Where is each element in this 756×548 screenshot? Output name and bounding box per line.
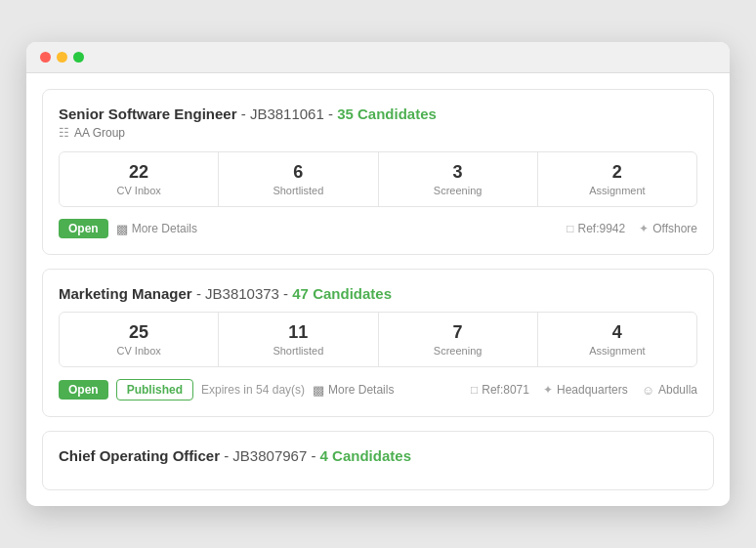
- job-id: - JB3807967 -: [224, 447, 319, 464]
- job-title-text: Marketing Manager: [59, 285, 192, 302]
- stat-label: Shortlisted: [227, 185, 369, 196]
- location-item: ✦ Headquarters: [543, 383, 628, 397]
- job-card-3: Chief Operating Officer - JB3807967 - 4 …: [42, 431, 714, 490]
- stat-cell-shortlisted[interactable]: 11 Shortlisted: [219, 313, 378, 366]
- more-details-label: More Details: [328, 383, 394, 397]
- meta-row: □ Ref:8071 ✦ Headquarters ☺ Abdulla: [471, 383, 697, 398]
- footer-row: OpenPublishedExpires in 54 day(s) ▩ More…: [59, 379, 697, 400]
- location-text: Offshore: [652, 222, 697, 235]
- more-details-button[interactable]: ▩ More Details: [313, 383, 394, 398]
- job-card-2: Marketing Manager - JB3810373 - 47 Candi…: [42, 269, 714, 417]
- ref-icon: □: [471, 383, 478, 397]
- stat-cell-cv-inbox[interactable]: 22 CV Inbox: [60, 152, 219, 206]
- stat-cell-shortlisted[interactable]: 6 Shortlisted: [219, 152, 378, 206]
- location-text: Headquarters: [557, 383, 628, 397]
- stat-number: 7: [387, 322, 529, 343]
- stat-number: 2: [546, 162, 689, 183]
- stat-number: 4: [546, 322, 689, 343]
- stat-number: 6: [227, 162, 369, 183]
- stats-row: 22 CV Inbox 6 Shortlisted 3 Screening 2 …: [59, 151, 697, 207]
- candidates-link[interactable]: 47 Candidates: [292, 285, 392, 302]
- job-title-text: Chief Operating Officer: [59, 447, 220, 464]
- stat-cell-screening[interactable]: 3 Screening: [379, 152, 538, 206]
- location-icon: ✦: [543, 383, 553, 397]
- ref-icon: □: [567, 222, 573, 235]
- stat-label: CV Inbox: [67, 185, 210, 196]
- ref-item: □ Ref:8071: [471, 383, 529, 397]
- company-row: ☷ AA Group: [59, 126, 697, 140]
- stat-cell-assignment[interactable]: 4 Assignment: [538, 313, 696, 366]
- candidates-link[interactable]: 35 Candidates: [337, 105, 437, 122]
- job-title-text: Senior Software Engineer: [59, 105, 237, 122]
- stat-label: Assignment: [546, 345, 689, 357]
- stat-number: 11: [227, 322, 369, 343]
- stat-cell-assignment[interactable]: 2 Assignment: [538, 152, 696, 206]
- chart-icon: ▩: [116, 222, 128, 236]
- stat-cell-screening[interactable]: 7 Screening: [379, 313, 538, 366]
- job-title: Senior Software Engineer - JB3811061 - 3…: [59, 105, 697, 122]
- footer-row: Open ▩ More Details □ Ref:9942 ✦ Offshor…: [59, 219, 697, 238]
- ref-item: □ Ref:9942: [567, 222, 625, 235]
- more-details-label: More Details: [132, 222, 197, 235]
- building-icon: ☷: [59, 126, 69, 140]
- meta-row: □ Ref:9942 ✦ Offshore: [567, 222, 697, 235]
- user-icon: ☺: [642, 383, 654, 398]
- user-name: Abdulla: [658, 383, 697, 397]
- user-item: ☺ Abdulla: [642, 383, 697, 398]
- ref-text: Ref:9942: [577, 222, 625, 235]
- job-title: Chief Operating Officer - JB3807967 - 4 …: [59, 447, 697, 464]
- close-button[interactable]: [40, 52, 51, 63]
- stat-cell-cv-inbox[interactable]: 25 CV Inbox: [60, 313, 219, 366]
- job-card-1: Senior Software Engineer - JB3811061 - 3…: [42, 89, 714, 255]
- job-id: - JB3811061 -: [241, 105, 337, 122]
- job-title: Marketing Manager - JB3810373 - 47 Candi…: [59, 285, 697, 302]
- job-id: - JB3810373 -: [196, 285, 292, 302]
- app-window: Senior Software Engineer - JB3811061 - 3…: [26, 42, 730, 506]
- location-item: ✦ Offshore: [639, 222, 697, 235]
- stats-row: 25 CV Inbox 11 Shortlisted 7 Screening 4…: [59, 312, 697, 367]
- stat-number: 3: [387, 162, 529, 183]
- main-content: Senior Software Engineer - JB3811061 - 3…: [26, 73, 730, 506]
- candidates-link[interactable]: 4 Candidates: [320, 447, 411, 464]
- stat-label: Screening: [387, 185, 529, 196]
- company-name: AA Group: [74, 126, 125, 140]
- maximize-button[interactable]: [73, 52, 84, 63]
- stat-number: 22: [67, 162, 210, 183]
- minimize-button[interactable]: [57, 52, 67, 63]
- stat-number: 25: [67, 322, 210, 343]
- more-details-button[interactable]: ▩ More Details: [116, 222, 197, 236]
- chart-icon: ▩: [313, 383, 324, 398]
- stat-label: Shortlisted: [227, 345, 369, 357]
- status-badge: Open: [59, 219, 108, 238]
- expires-text: Expires in 54 day(s): [201, 383, 305, 397]
- status-badge: Open: [59, 380, 108, 400]
- stat-label: Screening: [387, 345, 529, 357]
- titlebar: [26, 42, 730, 73]
- stat-label: CV Inbox: [67, 345, 210, 357]
- published-badge: Published: [116, 379, 193, 400]
- stat-label: Assignment: [546, 185, 689, 196]
- location-icon: ✦: [639, 222, 649, 235]
- ref-text: Ref:8071: [482, 383, 529, 397]
